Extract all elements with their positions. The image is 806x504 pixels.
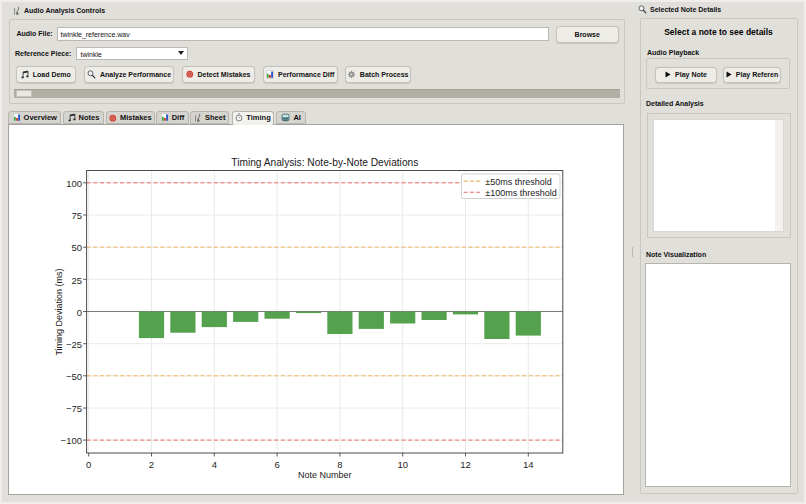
- svg-text:100: 100: [66, 178, 82, 189]
- svg-text:−50: −50: [66, 371, 82, 382]
- svg-text:±100ms threshold: ±100ms threshold: [485, 188, 556, 198]
- svg-text:0: 0: [86, 459, 91, 470]
- svg-text:−75: −75: [66, 403, 82, 414]
- svg-text:−100: −100: [61, 435, 82, 446]
- svg-text:Note Number: Note Number: [298, 470, 352, 480]
- svg-text:75: 75: [71, 210, 82, 221]
- svg-text:Timing Analysis: Note-by-Note: Timing Analysis: Note-by-Note Deviations: [231, 157, 418, 168]
- svg-text:6: 6: [274, 459, 279, 470]
- svg-text:50: 50: [71, 242, 82, 253]
- svg-text:10: 10: [397, 459, 408, 470]
- svg-text:12: 12: [460, 459, 471, 470]
- svg-text:−25: −25: [66, 339, 82, 350]
- svg-text:8: 8: [337, 459, 342, 470]
- svg-text:0: 0: [77, 307, 82, 318]
- svg-text:2: 2: [149, 459, 154, 470]
- svg-text:25: 25: [71, 275, 82, 286]
- svg-text:Timing Deviation (ms): Timing Deviation (ms): [54, 268, 64, 355]
- svg-text:±50ms threshold: ±50ms threshold: [485, 177, 551, 187]
- svg-text:14: 14: [523, 459, 534, 470]
- svg-text:4: 4: [212, 459, 217, 470]
